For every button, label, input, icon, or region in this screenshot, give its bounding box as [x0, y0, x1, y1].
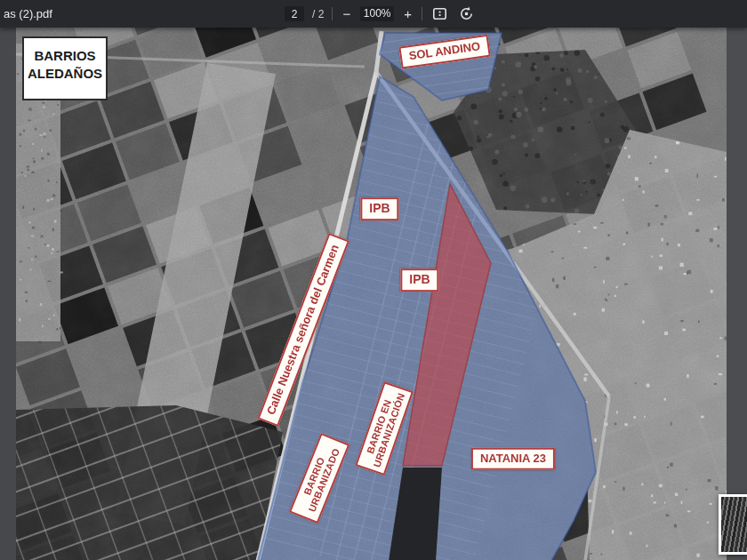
zoom-in-button[interactable]: + — [402, 7, 414, 20]
legend-barrios-aledanos: BARRIOS ALEDAÑOS — [22, 36, 108, 100]
fit-page-icon — [432, 6, 447, 21]
zoom-level[interactable]: 100% — [360, 6, 394, 21]
viewer-background-left — [0, 28, 16, 560]
label-natania-23: NATANIA 23 — [471, 448, 555, 470]
toolbar-divider — [332, 7, 333, 20]
page-number-input[interactable] — [285, 6, 304, 21]
rotate-ccw-icon — [459, 6, 474, 21]
viewer-scroll-area[interactable] — [727, 28, 747, 560]
zoom-out-button[interactable]: − — [341, 7, 352, 20]
page-separator: / — [312, 8, 315, 20]
label-ipb-north: IPB — [360, 197, 398, 220]
fit-page-button[interactable] — [430, 6, 449, 21]
rotate-button[interactable] — [457, 6, 476, 21]
pdf-toolbar: as (2).pdf / 2 − 100% + — [0, 0, 747, 28]
toolbar-controls: / 2 − 100% + — [285, 0, 476, 28]
page-thumbnail-overlay[interactable] — [719, 494, 747, 555]
page-count-label: / 2 — [312, 8, 324, 20]
label-ipb-south: IPB — [400, 268, 438, 292]
aerial-photo — [16, 28, 727, 560]
document-filename: as (2).pdf — [4, 7, 52, 20]
toolbar-divider — [422, 7, 422, 20]
page-total: 2 — [318, 8, 325, 20]
pdf-page-aerial-map: BARRIOS ALEDAÑOS SOL ANDINO IPB IPB Call… — [16, 28, 727, 560]
